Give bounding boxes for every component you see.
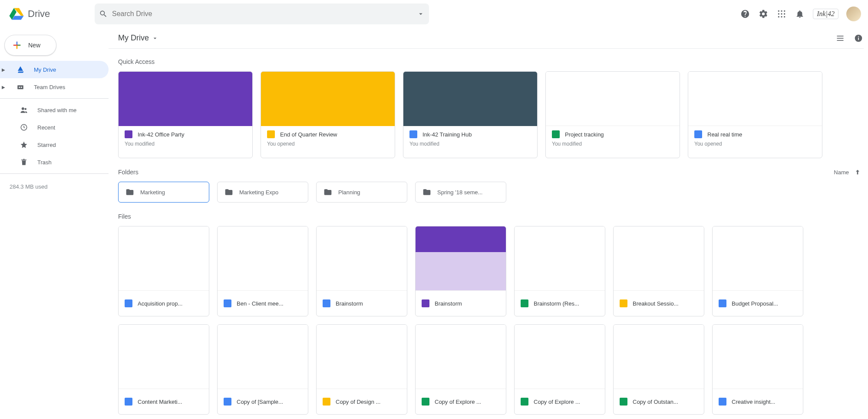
file-card[interactable]: Ben - Client mee... — [217, 226, 308, 316]
drive-logo-icon — [9, 6, 24, 22]
location-label: My Drive — [118, 33, 149, 43]
nav-starred[interactable]: Starred — [0, 136, 109, 153]
search-input[interactable] — [112, 10, 413, 18]
chevron-right-icon: ▶ — [0, 85, 7, 90]
sort-control[interactable]: Name — [834, 169, 864, 176]
file-name: Copy of [Sample... — [237, 399, 283, 405]
folder-icon — [125, 188, 134, 196]
svg-point-18 — [22, 107, 24, 110]
docs-icon — [125, 398, 132, 406]
brand[interactable]: Drive — [5, 6, 88, 22]
thumbnail — [317, 226, 407, 291]
new-button-label: New — [28, 42, 40, 49]
thumbnail — [218, 325, 308, 389]
file-name: Content Marketi... — [138, 399, 182, 405]
quick-access-card[interactable]: Real real time You opened — [688, 71, 822, 158]
svg-rect-23 — [837, 40, 844, 41]
file-card[interactable]: Breakout Sessio... — [613, 226, 704, 316]
file-card[interactable]: Copy of Outstan... — [613, 324, 704, 415]
folder-item[interactable]: Marketing — [118, 182, 209, 203]
new-button[interactable]: New — [4, 35, 56, 56]
file-name: Ink-42 Training Hub — [422, 131, 472, 138]
docs-icon — [224, 299, 231, 307]
quick-access-card[interactable]: End of Quarter Review You opened — [261, 71, 395, 158]
file-card[interactable]: Copy of Explore ... — [415, 324, 506, 415]
nav-label: Starred — [37, 142, 56, 148]
file-card[interactable]: Copy of Explore ... — [514, 324, 605, 415]
nav-label: My Drive — [34, 67, 56, 73]
slides-icon — [267, 130, 275, 138]
help-icon[interactable] — [740, 9, 750, 19]
docs-icon — [125, 299, 132, 307]
search-bar[interactable] — [95, 3, 429, 24]
folder-icon — [323, 188, 332, 196]
thumbnail — [317, 325, 407, 389]
thumbnail — [515, 325, 605, 389]
file-card[interactable]: Acquisition prop... — [118, 226, 209, 316]
quick-access-card[interactable]: Project tracking You modified — [545, 71, 680, 158]
file-name: Acquisition prop... — [138, 300, 182, 307]
file-status: You modified — [409, 141, 531, 147]
chevron-down-icon — [152, 35, 158, 42]
folder-item[interactable]: Planning — [316, 182, 407, 203]
file-status: You modified — [552, 141, 673, 147]
header-actions: Ink|42 — [740, 7, 863, 21]
quick-access-card[interactable]: Ink-42 Training Hub You modified — [403, 71, 538, 158]
nav-shared[interactable]: Shared with me — [0, 101, 109, 119]
quick-access-card[interactable]: Ink-42 Office Party You modified — [118, 71, 253, 158]
thumbnail — [416, 226, 506, 291]
thumbnail — [713, 325, 803, 389]
file-card[interactable]: Budget Proposal... — [712, 226, 803, 316]
plus-icon — [11, 39, 23, 51]
workspace-badge[interactable]: Ink|42 — [813, 9, 838, 19]
nav-label: Recent — [37, 124, 55, 131]
search-icon — [99, 10, 108, 18]
file-card[interactable]: Brainstorm — [415, 226, 506, 316]
file-name: Copy of Explore ... — [435, 399, 481, 405]
star-icon — [19, 141, 29, 149]
folders-heading: Folders — [118, 169, 139, 176]
svg-rect-25 — [858, 37, 859, 40]
folder-item[interactable]: Marketing Expo — [217, 182, 308, 203]
file-card[interactable]: Brainstorm — [316, 226, 407, 316]
brand-label: Drive — [28, 8, 50, 20]
file-card[interactable]: Creative insight... — [712, 324, 803, 415]
docs-icon — [224, 398, 231, 406]
location-dropdown[interactable]: My Drive — [118, 33, 158, 43]
file-name: Budget Proposal... — [732, 300, 778, 307]
nav-trash[interactable]: Trash — [0, 153, 109, 171]
nav-my-drive[interactable]: ▶ My Drive — [0, 61, 109, 78]
file-card[interactable]: Content Marketi... — [118, 324, 209, 415]
team-drives-icon — [16, 83, 25, 91]
folder-item[interactable]: Spring '18 seme... — [415, 182, 506, 203]
quick-access-heading: Quick Access — [118, 58, 864, 65]
avatar[interactable] — [846, 7, 861, 21]
nav-team-drives[interactable]: ▶ Team Drives — [0, 78, 109, 96]
file-card[interactable]: Brainstorm (Res... — [514, 226, 605, 316]
details-icon[interactable] — [853, 33, 864, 43]
docs-icon — [323, 299, 330, 307]
people-icon — [19, 106, 29, 114]
settings-gear-icon[interactable] — [758, 9, 769, 19]
file-name: Copy of Explore ... — [534, 399, 580, 405]
search-options-icon[interactable] — [417, 10, 425, 18]
notifications-icon[interactable] — [795, 9, 805, 19]
file-card[interactable]: Copy of Design ... — [316, 324, 407, 415]
apps-grid-icon[interactable] — [776, 9, 787, 19]
nav-label: Shared with me — [37, 107, 76, 113]
slides-icon — [620, 299, 627, 307]
svg-point-10 — [781, 16, 782, 17]
file-card[interactable]: Copy of [Sample... — [217, 324, 308, 415]
svg-rect-15 — [17, 85, 23, 89]
svg-rect-14 — [17, 46, 17, 49]
svg-point-19 — [25, 108, 27, 110]
nav-recent[interactable]: Recent — [0, 119, 109, 136]
svg-rect-21 — [837, 36, 844, 37]
svg-point-7 — [781, 13, 782, 14]
folder-name: Planning — [338, 189, 360, 196]
list-view-icon[interactable] — [835, 33, 845, 43]
thumbnail — [119, 72, 252, 126]
forms-icon — [125, 130, 132, 138]
header: Drive Ink|42 — [0, 0, 868, 28]
thumbnail — [119, 226, 209, 291]
